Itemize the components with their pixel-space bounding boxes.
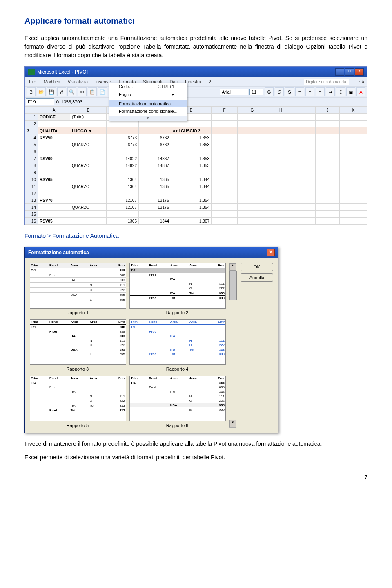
titlebar: Microsoft Excel - PIVOT _ □ × [25, 67, 367, 77]
cut-icon[interactable]: ✂ [78, 87, 87, 96]
merge-icon[interactable]: ⬌ [326, 87, 335, 96]
formula-value: 1353,3703 [61, 99, 82, 104]
ok-button[interactable]: OK [241, 263, 273, 271]
menu-item-formattazione-automatica[interactable]: Formattazione automatica... [109, 100, 187, 107]
maximize-button[interactable]: □ [345, 68, 354, 76]
menu-help[interactable]: ? [207, 78, 213, 85]
body-paragraph-2: Invece di mantenere il formato predefini… [24, 440, 368, 448]
preview-rapporto-6[interactable]: TrimRendAreaAreaEntr Tr1888 Prod888 ITA3… [129, 376, 225, 428]
intro-paragraph: Excel applica automaticamente una Format… [24, 34, 368, 60]
preview-rapporto-4[interactable]: TrimRendAreaAreaEntr Tr1 Prod ITA N111 O… [129, 319, 225, 371]
minimize-button[interactable]: _ [335, 68, 344, 76]
menu-item-celle[interactable]: Celle... CTRL+1 [109, 83, 187, 90]
font-name-box[interactable]: Arial [220, 89, 248, 95]
dialog-title: Formattazione automatica [28, 250, 89, 255]
print-icon[interactable]: 🖨 [57, 87, 66, 96]
menu-expand-chevron-icon[interactable]: ▾ [109, 116, 187, 121]
currency-icon[interactable]: € [336, 87, 345, 96]
font-color-icon[interactable]: A [356, 87, 365, 96]
align-center-icon[interactable]: ≡ [305, 87, 314, 96]
menu-file[interactable]: File [27, 78, 38, 85]
app-title: Microsoft Excel - PIVOT [37, 69, 89, 75]
cancel-button[interactable]: Annulla [241, 273, 273, 282]
paste-icon[interactable]: 📄 [98, 87, 107, 96]
open-icon[interactable]: 📂 [37, 87, 46, 96]
save-icon[interactable]: 💾 [47, 87, 56, 96]
preview-rapporto-1[interactable]: TrimRendAreaAreaEntr Tr1888 Prod888 ITA3… [30, 263, 125, 315]
italic-icon[interactable]: C [275, 87, 284, 96]
formula-bar: E19 fx 1353,3703 [25, 98, 367, 106]
menu-path-text: Formato > Formattazione Automatica [24, 232, 368, 240]
ask-question-box[interactable]: Digitare una domanda. [304, 79, 349, 85]
page-number: 7 [24, 474, 368, 481]
new-icon[interactable]: 🗋 [27, 87, 36, 96]
menu-item-formattazione-condizionale[interactable]: Formattazione condizionale... [109, 107, 187, 115]
format-dropdown: Celle... CTRL+1 Foglio▸ Formattazione au… [109, 83, 187, 121]
preview-rapporto-5[interactable]: TrimRendAreaAreaEntr Tr1 Prod ITA N111 O… [30, 376, 125, 428]
close-button[interactable]: × [355, 68, 364, 76]
menu-visualizza[interactable]: Visualizza [66, 78, 89, 85]
bold-icon[interactable]: G [265, 87, 274, 96]
preview-rapporto-2[interactable]: TrimRendAreaAreaEntr Tr1 Prod ITA N111 O… [129, 263, 225, 315]
preview-icon[interactable]: 🔍 [67, 87, 76, 96]
preview-scrollbar[interactable]: ▲ ▼ [229, 263, 236, 428]
scroll-down-icon[interactable]: ▼ [229, 420, 236, 427]
menu-item-foglio[interactable]: Foglio▸ [109, 90, 187, 98]
menu-modifica[interactable]: Modifica [42, 78, 62, 85]
autoformat-dialog: Formattazione automatica × TrimRendAreaA… [24, 247, 278, 433]
scroll-up-icon[interactable]: ▲ [229, 263, 236, 271]
align-left-icon[interactable]: ≡ [295, 87, 304, 96]
menubar: File Modifica Visualizza Inserisci Forma… [25, 77, 367, 86]
underline-icon[interactable]: S [285, 87, 294, 96]
scroll-thumb[interactable] [229, 271, 237, 300]
font-size-box[interactable]: 11 [249, 89, 263, 95]
standard-toolbar: 🗋 📂 💾 🖨 🔍 ✂ 📋 📄 Arial 11 G C S ≡ ≡ ≡ ⬌ €… [25, 86, 367, 98]
copy-icon[interactable]: 📋 [88, 87, 97, 96]
excel-app-icon [28, 69, 35, 75]
fx-icon[interactable]: fx [56, 99, 60, 104]
page-heading: Applicare formati automatici [24, 16, 368, 26]
preview-rapporto-3[interactable]: TrimRendAreaAreaEntr Tr1888 Prod888 ITA3… [30, 319, 125, 371]
align-right-icon[interactable]: ≡ [316, 87, 325, 96]
excel-window: Microsoft Excel - PIVOT _ □ × File Modif… [24, 66, 368, 225]
name-box[interactable]: E19 [26, 98, 54, 105]
body-paragraph-3: Excel permette di selezionare una variet… [24, 453, 368, 462]
doc-close-btn[interactable]: _ ♂ ✕ [354, 80, 365, 84]
dialog-close-button[interactable]: × [267, 249, 275, 256]
format-previews: TrimRendAreaAreaEntr Tr1888 Prod888 ITA3… [30, 263, 225, 428]
spreadsheet-grid[interactable]: A B C D E F G H I J K 1CODICE(Tutto) 2 3… [25, 106, 367, 225]
fill-color-icon[interactable]: ▣ [346, 87, 355, 96]
